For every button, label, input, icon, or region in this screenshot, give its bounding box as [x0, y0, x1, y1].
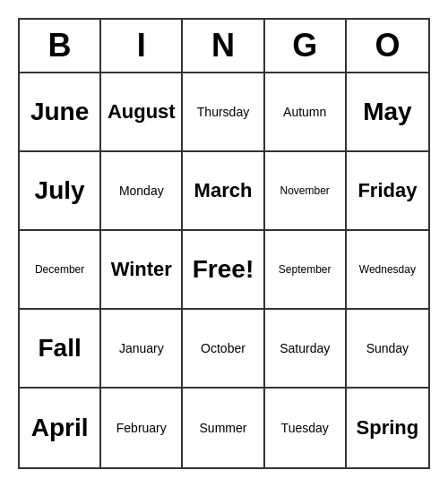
bingo-header: BINGO	[20, 20, 428, 73]
bingo-cell-text: Free!	[193, 255, 254, 284]
bingo-cell-text: September	[279, 263, 332, 276]
bingo-cell: Summer	[183, 389, 264, 467]
bingo-cell: Fall	[20, 310, 101, 389]
bingo-header-letter: N	[183, 20, 264, 72]
bingo-cell-text: Winter	[111, 258, 172, 281]
bingo-header-letter: B	[20, 20, 101, 72]
bingo-cell: June	[20, 73, 101, 152]
bingo-cell: Spring	[347, 389, 428, 467]
bingo-cell: April	[20, 389, 101, 467]
bingo-cell: August	[101, 73, 183, 152]
bingo-cell: July	[20, 152, 101, 231]
bingo-cell-text: April	[31, 414, 89, 442]
bingo-cell-text: July	[35, 176, 85, 205]
bingo-cell: March	[183, 152, 264, 231]
bingo-cell-text: Fall	[38, 334, 81, 363]
bingo-cell-text: Monday	[119, 184, 164, 198]
bingo-grid: JuneAugustThursdayAutumnMayJulyMondayMar…	[20, 73, 428, 467]
bingo-cell-text: February	[116, 421, 167, 435]
bingo-cell: Autumn	[265, 73, 347, 152]
bingo-cell: Saturday	[265, 310, 347, 389]
bingo-cell-text: Sunday	[366, 341, 409, 355]
bingo-header-letter: O	[347, 20, 428, 72]
bingo-cell-text: Saturday	[280, 341, 330, 355]
bingo-cell-text: January	[119, 341, 164, 355]
bingo-cell: February	[101, 389, 183, 467]
bingo-cell: Sunday	[347, 310, 428, 389]
bingo-cell-text: Thursday	[197, 105, 249, 119]
bingo-cell-text: Summer	[200, 421, 247, 435]
bingo-cell-text: August	[108, 100, 176, 124]
bingo-cell-text: May	[363, 98, 411, 126]
bingo-cell-text: November	[280, 184, 330, 197]
bingo-cell: Friday	[347, 152, 428, 231]
bingo-cell-text: October	[201, 341, 246, 355]
bingo-cell-text: March	[194, 179, 253, 202]
bingo-card: BINGO JuneAugustThursdayAutumnMayJulyMon…	[18, 18, 430, 469]
bingo-cell-text: Friday	[358, 179, 417, 202]
bingo-cell-text: Tuesday	[281, 421, 329, 435]
bingo-cell-text: Wednesday	[359, 263, 416, 276]
bingo-cell: October	[183, 310, 264, 389]
bingo-cell: Wednesday	[347, 231, 428, 310]
bingo-header-letter: G	[265, 20, 347, 72]
bingo-cell-text: Spring	[357, 416, 419, 440]
bingo-cell: January	[101, 310, 183, 389]
bingo-cell: Tuesday	[265, 389, 347, 467]
bingo-cell-text: Autumn	[283, 105, 326, 119]
bingo-cell: Free!	[183, 231, 264, 310]
bingo-cell: November	[265, 152, 347, 231]
bingo-cell-text: December	[35, 263, 84, 276]
bingo-cell: September	[265, 231, 347, 310]
bingo-cell: Thursday	[183, 73, 264, 152]
bingo-cell: May	[347, 73, 428, 152]
bingo-cell: December	[20, 231, 101, 310]
bingo-header-letter: I	[101, 20, 183, 72]
bingo-cell: Monday	[101, 152, 183, 231]
bingo-cell-text: June	[30, 98, 89, 126]
bingo-cell: Winter	[101, 231, 183, 310]
